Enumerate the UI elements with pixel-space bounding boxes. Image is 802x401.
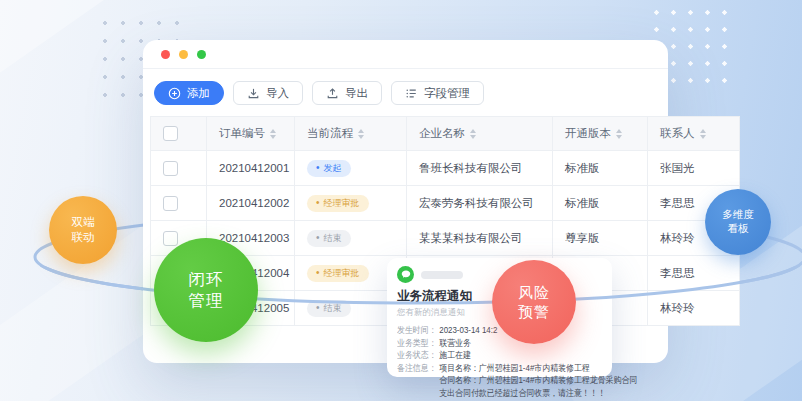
sort-icon[interactable] [358, 129, 364, 139]
plus-circle-icon [168, 87, 181, 100]
chat-app-icon [397, 266, 414, 283]
order-no-cell: 20210412002 [207, 186, 295, 221]
traffic-light-minimize-icon[interactable] [179, 50, 188, 59]
sort-icon[interactable] [700, 129, 706, 139]
company-cell: 某某某科技有限公司 [407, 221, 553, 256]
version-cell: 尊享版 [553, 221, 648, 256]
business-status-value: 施工在建 [439, 349, 471, 362]
status-badge: 经理审批 [307, 195, 369, 212]
contact-cell: 张国光 [648, 151, 740, 186]
contact-cell: 林玲玲 [648, 291, 740, 326]
status-badge: 结束 [307, 230, 351, 247]
select-all-checkbox[interactable] [163, 126, 178, 141]
column-header-current-flow[interactable]: 当前流程 [307, 126, 364, 141]
traffic-light-close-icon[interactable] [161, 50, 170, 59]
version-cell: 标准版 [553, 186, 648, 221]
business-type-value: 联营业务 [439, 337, 471, 350]
occur-time-value: 2023-03-14 14:2 [439, 324, 497, 337]
table-row[interactable]: 20210412002 经理审批 宏泰劳务科技有限公司 标准版 李思思 [151, 186, 740, 221]
sort-icon[interactable] [270, 129, 276, 139]
add-button[interactable]: 添加 [154, 81, 224, 105]
column-header-version[interactable]: 开通版本 [565, 126, 622, 141]
notification-fields: 发生时间：2023-03-14 14:2 业务类型：联营业务 业务状态：施工在建… [397, 324, 601, 399]
feature-badge-risk-warning: 风险 预警 [492, 260, 576, 344]
field-management-button-label: 字段管理 [424, 86, 470, 101]
import-button-label: 导入 [266, 86, 289, 101]
sender-placeholder [421, 271, 463, 279]
feature-badge-closed-loop-management: 闭环 管理 [154, 238, 258, 342]
status-badge: 发起 [307, 160, 351, 177]
sort-icon[interactable] [470, 129, 476, 139]
sort-icon[interactable] [616, 129, 622, 139]
contact-cell: 李思思 [648, 256, 740, 291]
order-no-cell: 20210412001 [207, 151, 295, 186]
status-badge: 结束 [307, 300, 351, 317]
remark-line-1: 项目名称：广州碧桂园1-4#市内精装修工程 [439, 362, 589, 375]
page-background: 添加 导入 导出 字段管理 [0, 0, 802, 401]
row-checkbox[interactable] [163, 196, 178, 211]
toolbar: 添加 导入 导出 字段管理 [143, 69, 668, 105]
company-cell: 宏泰劳务科技有限公司 [407, 186, 553, 221]
export-button-label: 导出 [345, 86, 368, 101]
status-badge: 经理审批 [307, 265, 369, 282]
version-cell: 标准版 [553, 151, 648, 186]
remark-line-2: 合同名称：广州碧桂园1-4#市内精装修工程龙骨采购合同 [439, 374, 601, 387]
remark-line-3: 支出合同付款已经超过合同收票，请注意！！！ [439, 387, 601, 400]
column-header-company[interactable]: 企业名称 [419, 126, 476, 141]
add-button-label: 添加 [187, 86, 210, 101]
window-titlebar [143, 40, 668, 69]
table-header-row: 订单编号 当前流程 企业名称 开通版本 联系人 [151, 117, 740, 151]
list-settings-icon [405, 87, 418, 100]
column-header-order-no[interactable]: 订单编号 [219, 126, 276, 141]
feature-badge-dual-end-linkage: 双端 联动 [49, 196, 117, 264]
export-upload-icon [326, 87, 339, 100]
traffic-light-maximize-icon[interactable] [197, 50, 206, 59]
table-row[interactable]: 20210412001 发起 鲁班长科技有限公司 标准版 张国光 [151, 151, 740, 186]
row-checkbox[interactable] [163, 231, 178, 246]
import-download-icon [247, 87, 260, 100]
company-cell: 鲁班长科技有限公司 [407, 151, 553, 186]
row-checkbox[interactable] [163, 161, 178, 176]
feature-badge-multi-dimension-dashboard: 多维度 看板 [705, 189, 771, 255]
export-button[interactable]: 导出 [312, 81, 382, 105]
import-button[interactable]: 导入 [233, 81, 303, 105]
field-management-button[interactable]: 字段管理 [391, 81, 484, 105]
column-header-contact[interactable]: 联系人 [660, 126, 706, 141]
